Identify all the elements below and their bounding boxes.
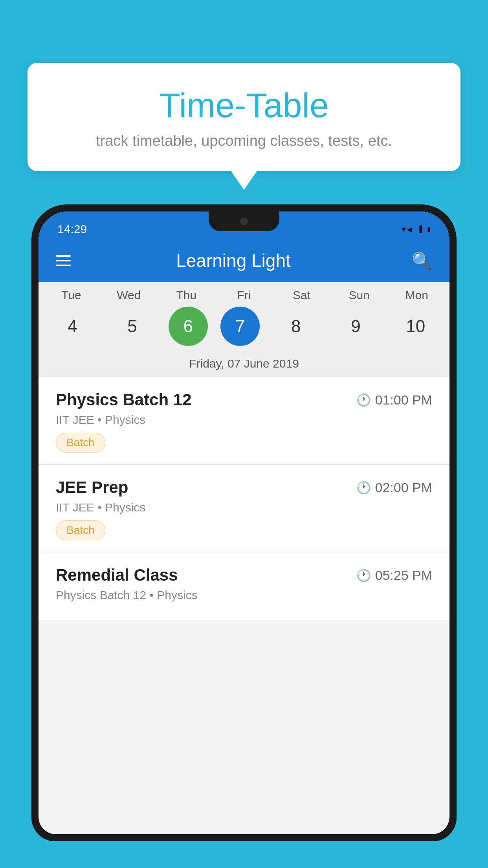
clock-icon-2: 🕐 (356, 481, 371, 495)
item-header-1: Physics Batch 12 🕐 01:00 PM (56, 390, 432, 409)
batch-tag-2: Batch (56, 520, 105, 540)
day-label-sun[interactable]: Sun (336, 289, 383, 302)
app-header: Learning Light 🔍 (39, 241, 449, 282)
item-header-3: Remedial Class 🕐 05:25 PM (56, 566, 432, 585)
day-label-fri[interactable]: Fri (220, 289, 268, 302)
phone-screen: 14:29 ▼◀ ▐ ▮ Learning Light 🔍 (39, 211, 449, 834)
phone-frame: 14:29 ▼◀ ▐ ▮ Learning Light 🔍 (31, 204, 457, 868)
day-label-mon[interactable]: Mon (393, 289, 440, 302)
item-time-3: 🕐 05:25 PM (356, 568, 432, 583)
battery-icon: ▮ (427, 226, 431, 233)
day-label-sat[interactable]: Sat (278, 289, 325, 302)
dates-row: 4 5 6 7 8 9 10 (42, 304, 446, 352)
signal-icon: ▐ (417, 226, 422, 233)
days-row: Tue Wed Thu Fri Sat Sun Mon (42, 282, 446, 304)
item-time-value-2: 02:00 PM (375, 480, 432, 495)
search-icon[interactable]: 🔍 (412, 251, 432, 270)
item-time-value-3: 05:25 PM (375, 568, 432, 583)
camera-dot (240, 217, 248, 226)
item-title-3: Remedial Class (56, 566, 178, 585)
calendar-strip: Tue Wed Thu Fri Sat Sun Mon 4 5 6 7 8 9 … (39, 282, 449, 377)
item-subtitle-3: Physics Batch 12 • Physics (56, 588, 432, 602)
item-subtitle-1: IIT JEE • Physics (56, 413, 432, 427)
batch-tag-1: Batch (56, 433, 105, 452)
date-cell-8[interactable]: 8 (272, 307, 319, 346)
item-time-1: 🕐 01:00 PM (356, 392, 432, 408)
status-time: 14:29 (57, 223, 87, 236)
date-cell-4[interactable]: 4 (49, 307, 96, 346)
date-cell-5[interactable]: 5 (108, 307, 156, 346)
item-title-1: Physics Batch 12 (56, 390, 192, 409)
day-label-tue[interactable]: Tue (48, 289, 95, 302)
day-label-wed[interactable]: Wed (105, 289, 152, 302)
status-icons: ▼◀ ▐ ▮ (401, 226, 431, 233)
schedule-item-3[interactable]: Remedial Class 🕐 05:25 PM Physics Batch … (39, 552, 449, 620)
day-label-thu[interactable]: Thu (163, 289, 210, 302)
schedule-list: Physics Batch 12 🕐 01:00 PM IIT JEE • Ph… (39, 377, 449, 620)
date-cell-9[interactable]: 9 (332, 307, 380, 346)
wifi-icon: ▼◀ (401, 226, 412, 233)
phone-outer: 14:29 ▼◀ ▐ ▮ Learning Light 🔍 (31, 204, 457, 841)
speech-bubble-container: Time-Table track timetable, upcoming cla… (28, 63, 460, 171)
clock-icon-3: 🕐 (356, 568, 371, 582)
app-title: Learning Light (55, 250, 412, 271)
clock-icon-1: 🕐 (356, 393, 371, 407)
date-cell-6-today[interactable]: 6 (169, 307, 208, 346)
item-header-2: JEE Prep 🕐 02:00 PM (56, 478, 432, 497)
schedule-item-1[interactable]: Physics Batch 12 🕐 01:00 PM IIT JEE • Ph… (39, 377, 449, 465)
bubble-subtitle: track timetable, upcoming classes, tests… (51, 132, 437, 149)
selected-date-label: Friday, 07 June 2019 (42, 352, 446, 377)
phone-notch (209, 211, 279, 231)
date-cell-10[interactable]: 10 (392, 307, 439, 346)
item-time-value-1: 01:00 PM (375, 392, 432, 408)
bubble-title: Time-Table (51, 86, 437, 125)
date-cell-7-selected[interactable]: 7 (220, 307, 260, 346)
item-title-2: JEE Prep (56, 478, 128, 497)
item-subtitle-2: IIT JEE • Physics (56, 501, 432, 514)
schedule-item-2[interactable]: JEE Prep 🕐 02:00 PM IIT JEE • Physics Ba… (39, 465, 449, 552)
speech-bubble: Time-Table track timetable, upcoming cla… (28, 63, 460, 171)
item-time-2: 🕐 02:00 PM (356, 480, 432, 495)
